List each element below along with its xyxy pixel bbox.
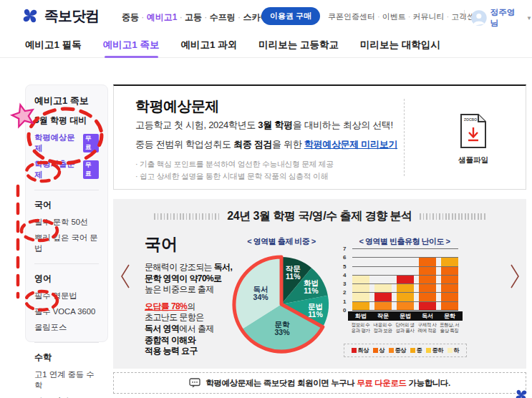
- sidebar-section-2: 영어필수 영문법필수 VOCA 3600올림포스: [34, 263, 99, 333]
- svg-text:화법11%: 화법11%: [304, 278, 319, 295]
- bar-plot: 01234567: [352, 249, 458, 311]
- tab-1[interactable]: 예비고1 족보: [103, 33, 160, 58]
- speech-bubble-icon: [189, 378, 200, 388]
- svg-text:작문11%: 작문11%: [286, 264, 301, 281]
- sidebar-item[interactable]: 필수 문학 50선: [34, 217, 99, 228]
- sidebar-item[interactable]: 학평기출문제무료: [34, 159, 99, 180]
- description-line: 독서 영역에서 출제: [145, 324, 229, 335]
- topbar-divider: [464, 10, 465, 21]
- chevron-down-icon: ▼: [526, 15, 532, 21]
- free-badge: 무료: [83, 134, 99, 152]
- utility-link-0[interactable]: 쿠폰인증센터: [328, 12, 375, 21]
- tab-3[interactable]: 미리보는 고등학교: [258, 33, 339, 58]
- tab-2[interactable]: 예비고1 과외: [181, 33, 238, 58]
- nav-item-1[interactable]: 예비고1: [147, 12, 178, 22]
- hatch-decoration-right: [420, 213, 485, 220]
- svg-text:문법11%: 문법11%: [308, 302, 323, 319]
- hero-card: 학평예상문제 고등학교 첫 시험, 2024학년도 3월 학평을 대비하는 최상…: [113, 84, 526, 190]
- subject-description: 문해력이 강조되는 독서,문학 영역이 약70%로높은 비중으로 출제오답률 7…: [145, 262, 229, 357]
- description-line: 초고난도 문항은: [145, 312, 229, 324]
- free-badge: 무료: [83, 160, 99, 179]
- free-download-notice: 학평예상문제는 족보닷컴 회원이면 누구나 무료 다운로드 가능합니다.: [113, 372, 526, 394]
- nav-item-0[interactable]: 중등: [122, 12, 139, 22]
- purchase-pass-button[interactable]: 이용권 구매: [261, 7, 320, 25]
- sidebar-sections: 3월 학평 대비학평예상문제무료학평기출문제무료국어필수 문학 50선뿌리 깊은…: [34, 115, 99, 398]
- sample-file-label: 샘플파일: [437, 155, 509, 165]
- sidebar-item[interactable]: 뿌리 깊은 국어 문법: [34, 233, 99, 254]
- page: 족보닷컴 중등 · 예비고1 · 고등 · 수프링 · 스카이맵 이용권 구매 …: [0, 0, 532, 398]
- nav-item-3[interactable]: 수프링: [210, 12, 236, 22]
- bar-xaxis: 화법작문문법독서문학: [348, 311, 463, 321]
- pie-chart-title: < 영역별 출제 비중 >: [221, 236, 342, 247]
- sidebar: 예비고1 족보 3월 학평 대비학평예상문제무료학평기출문제무료국어필수 문학 …: [25, 84, 108, 342]
- bar-chart-block: < 영역별 빈출유형 난이도 > 01234567 화법작문문법독서문학 정보의…: [337, 236, 473, 365]
- hero-bullet: · 쉽고 상세한 설명을 통한 시대별 문학 작품의 심층적 이해: [135, 170, 526, 183]
- utility-link-2[interactable]: 커뮤니티: [413, 12, 445, 21]
- section-tabs: 예비고1 필독예비고1 족보예비고1 과외미리보는 고등학교미리보는 대학입시: [0, 33, 532, 58]
- sidebar-section-heading: 영어: [34, 273, 99, 285]
- hatch-decoration-left: [154, 213, 220, 220]
- sidebar-section-3: 수학고1 연계 중등 수학필수 개념 고1 수학: [34, 342, 99, 398]
- sidebar-section-1: 국어필수 문학 50선뿌리 깊은 국어 문법: [34, 190, 99, 254]
- sample-file-download[interactable]: ZOCBO 샘플파일: [437, 113, 509, 165]
- svg-text:독서34%: 독서34%: [253, 285, 269, 301]
- sidebar-item[interactable]: 필수 VOCA 3600: [34, 306, 99, 317]
- pinwheel-logo-icon: [20, 6, 40, 26]
- utility-nav: 쿠폰인증센터 · 이벤트 · 커뮤니티 · 고객센터: [328, 11, 483, 22]
- banner-title: 24년 3월 학평 국/영/수 출제 경향 분석: [113, 209, 526, 224]
- primary-nav: 중등 · 예비고1 · 고등 · 수프링 · 스카이맵: [122, 11, 277, 24]
- carousel-next-arrow[interactable]: [508, 263, 521, 289]
- footer-pinwheel-logo-icon: [513, 387, 529, 398]
- top-header: 족보닷컴 중등 · 예비고1 · 고등 · 수프링 · 스카이맵 이용권 구매 …: [0, 0, 532, 33]
- description-line: 문학 영역이 약70%로: [145, 273, 229, 285]
- pie-chart-block: < 영역별 출제 비중 > 작문11%화법11%문법11%문학33%독서34%: [221, 236, 342, 360]
- user-menu[interactable]: 정주영님 ▼: [471, 7, 532, 29]
- bar-legend: 최상상중상중중하하: [344, 344, 467, 357]
- subject-name: 국어: [145, 233, 229, 256]
- sidebar-section-heading: 3월 학평 대비: [34, 115, 99, 127]
- pie-chart: 작문11%화법11%문법11%문학33%독서34%: [228, 251, 334, 357]
- description-line: 오답률 78%의: [145, 301, 229, 313]
- preview-link[interactable]: 학평예상문제 미리보기: [304, 139, 397, 150]
- notice-text: 학평예상문제는 족보닷컴 회원이면 누구나 무료 다운로드 가능합니다.: [205, 378, 450, 389]
- sidebar-section-heading: 수학: [34, 351, 99, 364]
- logo-text: 족보닷컴: [44, 6, 99, 26]
- subject-summary: 국어 문해력이 강조되는 독서,문학 영역이 약70%로높은 비중으로 출제오답…: [145, 233, 229, 357]
- sidebar-title: 예비고1 족보: [34, 94, 99, 107]
- dashed-divider: [404, 99, 405, 176]
- description-line: 적용 능력 요구: [145, 346, 229, 357]
- avatar: [471, 10, 487, 26]
- description-line: 높은 비중으로 출제: [145, 284, 229, 296]
- bar-chart-title: < 영역별 빈출유형 난이도 >: [337, 236, 473, 247]
- utility-link-1[interactable]: 이벤트: [382, 12, 406, 21]
- sidebar-item[interactable]: 필수 영문법: [34, 291, 99, 301]
- tab-0[interactable]: 예비고1 필독: [25, 33, 82, 58]
- user-name: 정주영님: [490, 7, 523, 29]
- sidebar-section-0: 3월 학평 대비학평예상문제무료학평기출문제무료: [34, 115, 99, 180]
- svg-text:ZOCBO: ZOCBO: [464, 117, 477, 122]
- sidebar-item[interactable]: 고1 연계 중등 수학: [34, 369, 99, 391]
- file-download-icon: ZOCBO: [458, 113, 488, 149]
- sidebar-item[interactable]: 학평예상문제무료: [34, 132, 99, 154]
- svg-text:문학33%: 문학33%: [275, 320, 291, 336]
- sidebar-item[interactable]: 올림포스: [34, 322, 99, 333]
- description-line: 종합적 이해와: [145, 335, 229, 346]
- nav-item-2[interactable]: 고등: [185, 12, 202, 22]
- brand-logo[interactable]: 족보닷컴: [20, 6, 99, 26]
- description-line: 문해력이 강조되는 독서,: [145, 262, 229, 273]
- tab-4[interactable]: 미리보는 대학입시: [360, 33, 440, 58]
- sidebar-section-heading: 국어: [34, 199, 99, 211]
- carousel-prev-arrow[interactable]: [119, 263, 132, 289]
- analysis-banner: 24년 3월 학평 국/영/수 출제 경향 분석 국어 문해력이 강조되는 독서…: [113, 199, 526, 369]
